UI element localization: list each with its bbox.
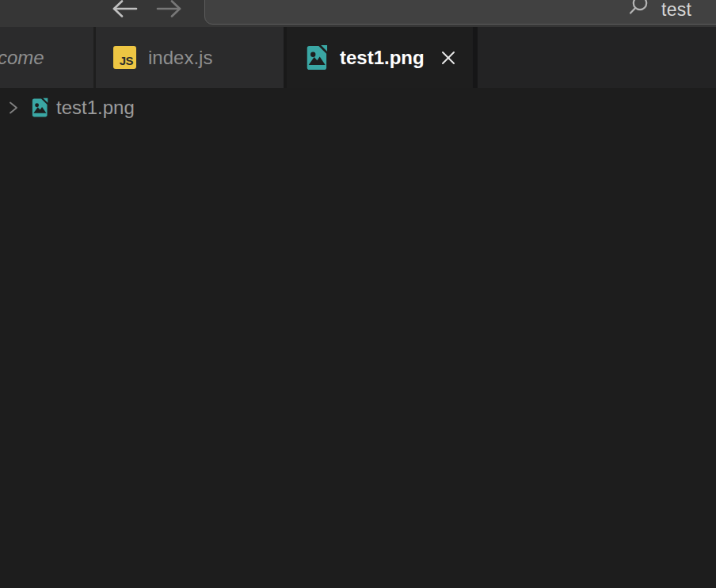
tab-bar: come JS index.js test1.png	[0, 27, 716, 88]
search-value: test	[661, 0, 691, 21]
search-icon	[626, 0, 652, 20]
image-file-icon	[304, 44, 328, 71]
back-arrow-icon[interactable]	[110, 0, 140, 20]
breadcrumb-file-label: test1.png	[56, 97, 135, 119]
chevron-right-icon	[6, 100, 21, 116]
search-box[interactable]: test	[204, 0, 716, 25]
tab-label: test1.png	[340, 47, 425, 69]
javascript-file-icon: JS	[113, 46, 136, 69]
tab-separator	[473, 27, 478, 88]
forward-arrow-icon[interactable]	[154, 0, 184, 20]
vscode-window: test come JS index.js test1.png	[0, 0, 716, 588]
tab-welcome[interactable]: come	[0, 27, 93, 88]
image-file-icon	[30, 97, 48, 118]
breadcrumb[interactable]: test1.png	[0, 88, 716, 128]
editor-area[interactable]	[0, 128, 716, 588]
tab-test1-png[interactable]: test1.png	[287, 27, 473, 88]
tab-index-js[interactable]: JS index.js	[96, 27, 284, 88]
editor-group: test1.png	[0, 88, 716, 588]
titlebar: test	[0, 0, 716, 27]
close-icon[interactable]	[438, 48, 459, 68]
tab-label: index.js	[148, 47, 212, 69]
tab-label: come	[0, 47, 44, 69]
js-icon-letters: JS	[120, 54, 133, 67]
